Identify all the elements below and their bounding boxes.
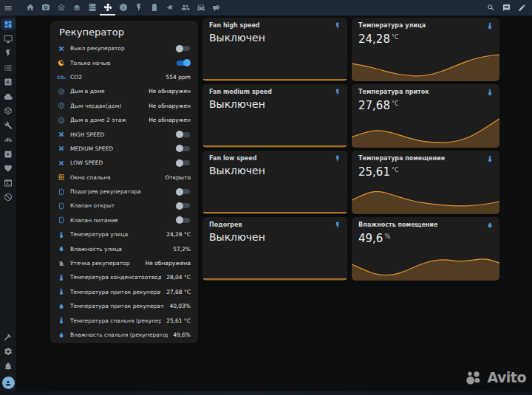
water-icon	[58, 303, 65, 310]
entity-row[interactable]: LOW SPEED	[58, 156, 191, 170]
tab-home[interactable]	[22, 0, 38, 16]
history-graph	[202, 74, 347, 81]
sidebar-item-list[interactable]	[2, 63, 14, 72]
sensor-card[interactable]: Влажность помещение49,6%	[352, 217, 499, 281]
tab-information[interactable]	[115, 0, 131, 16]
magnify-button[interactable]	[487, 4, 495, 12]
entity-toggle[interactable]	[176, 188, 191, 196]
entity-row[interactable]: Температура улица24,28 °C	[58, 227, 191, 241]
chat-icon	[502, 4, 511, 12]
tab-bird[interactable]	[162, 0, 177, 16]
entity-toggle[interactable]	[176, 44, 191, 53]
sidebar-item-play-box[interactable]	[2, 150, 14, 159]
toggle-thumb[interactable]	[176, 145, 183, 152]
sidebar-item-view-dashboard[interactable]	[2, 20, 14, 29]
sidebar-item-heart[interactable]	[2, 164, 14, 173]
history-graph	[352, 247, 499, 281]
entity-row[interactable]: Дым в доме 2 этажНе обнаружен	[58, 113, 191, 127]
sidebar-item-wrench[interactable]	[2, 121, 14, 130]
flash-icon[interactable]	[334, 22, 341, 30]
toggle-thumb[interactable]	[176, 188, 183, 196]
sensor-card[interactable]: Температура помещение25,61°C	[352, 151, 499, 214]
entity-row[interactable]: Клапан питание	[58, 213, 191, 227]
entity-row[interactable]: Влажность улица57,2%	[58, 241, 191, 255]
tab-bullhorn[interactable]	[208, 0, 224, 16]
entity-row[interactable]: HIGH SPEED	[58, 127, 191, 141]
tab-server[interactable]	[84, 0, 100, 16]
flash-icon[interactable]	[334, 155, 341, 162]
switch-card[interactable]: ПодогревВыключен	[202, 217, 347, 281]
sidebar-menu-button[interactable]	[0, 0, 16, 16]
sidebar-item-cloud[interactable]	[2, 92, 14, 101]
sidebar-item-cog[interactable]	[4, 347, 13, 356]
entity-row[interactable]: Температура приток рекуператор27,68 °C	[58, 285, 191, 299]
tab-house[interactable]	[53, 0, 69, 16]
sidebar-item-package[interactable]	[2, 106, 14, 115]
tab-battery[interactable]	[146, 0, 162, 16]
entity-row[interactable]: MEDIUM SPEED	[58, 142, 191, 156]
entity-row[interactable]: Влажность спальня (рекуператор)49,6%	[58, 328, 191, 342]
switch-card[interactable]: Fan low speedВыключен	[202, 151, 347, 214]
sidebar-item-terminal[interactable]	[2, 179, 14, 188]
switch-card[interactable]: Fan medium speedВыключен	[202, 84, 347, 148]
sidebar-item-circle-off[interactable]	[2, 193, 14, 202]
sensor-card[interactable]: Температура улица24,28°C	[352, 18, 499, 81]
tab-car[interactable]	[193, 0, 208, 16]
entity-row[interactable]: Выкл рекуператор	[58, 41, 191, 55]
entity-label: LOW SPEED	[70, 159, 171, 166]
sidebar-item-chart-box[interactable]	[2, 78, 14, 86]
tab-garage[interactable]	[69, 0, 84, 16]
toggle-thumb[interactable]	[176, 202, 183, 210]
entity-row[interactable]: Утечка рекуператорНе обнаружена	[58, 256, 191, 270]
card-state: Выключен	[209, 98, 265, 110]
thermometer-icon[interactable]	[486, 22, 494, 30]
hammer-icon	[4, 332, 13, 341]
entity-row[interactable]: Дым в домеНе обнаружен	[58, 84, 191, 98]
entity-toggle[interactable]	[176, 159, 191, 168]
toggle-thumb[interactable]	[176, 131, 183, 138]
entity-label: Температура конденсатоотвод рекуператора	[70, 274, 161, 281]
flash-icon[interactable]	[334, 89, 341, 96]
water-icon[interactable]	[486, 221, 494, 229]
entity-row[interactable]: Окно спальняОткрыто	[58, 171, 191, 185]
entity-toggle[interactable]	[176, 144, 191, 153]
sidebar-item-bell[interactable]	[4, 362, 13, 371]
tab-fan[interactable]	[100, 0, 115, 16]
toggle-thumb[interactable]	[183, 59, 191, 66]
entity-toggle[interactable]	[176, 202, 191, 210]
entity-toggle[interactable]	[176, 58, 191, 67]
sidebar-item-hammer[interactable]	[4, 332, 13, 341]
sidebar-item-flash[interactable]	[2, 49, 14, 58]
entity-row[interactable]: Температура приток рекуператор Влажность…	[58, 299, 191, 313]
toggle-thumb[interactable]	[176, 159, 183, 167]
thermometer-icon[interactable]	[486, 155, 494, 162]
toggle-thumb[interactable]	[176, 45, 183, 52]
entity-row[interactable]: Дым чердак(дом)Не обнаружен	[58, 99, 191, 113]
entity-toggle[interactable]	[176, 216, 191, 224]
tab-camera[interactable]	[38, 0, 53, 16]
tab-flash[interactable]	[131, 0, 146, 16]
flash-icon[interactable]	[334, 221, 341, 229]
entity-row[interactable]: CO₂CO2554 ppm	[58, 70, 191, 84]
pencil-button[interactable]	[518, 4, 526, 12]
entity-toggle[interactable]	[176, 130, 191, 139]
toggle-thumb[interactable]	[176, 216, 183, 224]
entity-row[interactable]: Подогрев рекуператора	[58, 185, 191, 199]
user-avatar[interactable]	[2, 377, 15, 389]
switch-card[interactable]: Fan high speedВыключен	[202, 18, 347, 81]
cog-icon	[4, 347, 13, 356]
card-value-number: 24,28	[358, 32, 390, 46]
tab-account-group[interactable]	[177, 0, 193, 16]
entity-row[interactable]: Температура конденсатоотвод рекуператора…	[58, 270, 191, 284]
card-title: Влажность помещение	[358, 221, 437, 228]
dashboard: Рекуператор Выкл рекуператорТолько ночью…	[16, 16, 532, 395]
chat-button[interactable]	[502, 4, 511, 12]
thermometer-icon[interactable]	[486, 89, 494, 96]
sidebar-item-monitor[interactable]	[2, 35, 14, 44]
sidebar-item-grid[interactable]	[2, 135, 14, 144]
sensor-card[interactable]: Температура приток27,68°C	[352, 84, 499, 148]
card-state: Выключен	[209, 32, 265, 44]
entity-row[interactable]: Температура спальня (рекуператор)25,61 °…	[58, 313, 191, 327]
entity-row[interactable]: Только ночью	[58, 55, 191, 69]
entity-row[interactable]: Клапан открыт	[58, 199, 191, 213]
